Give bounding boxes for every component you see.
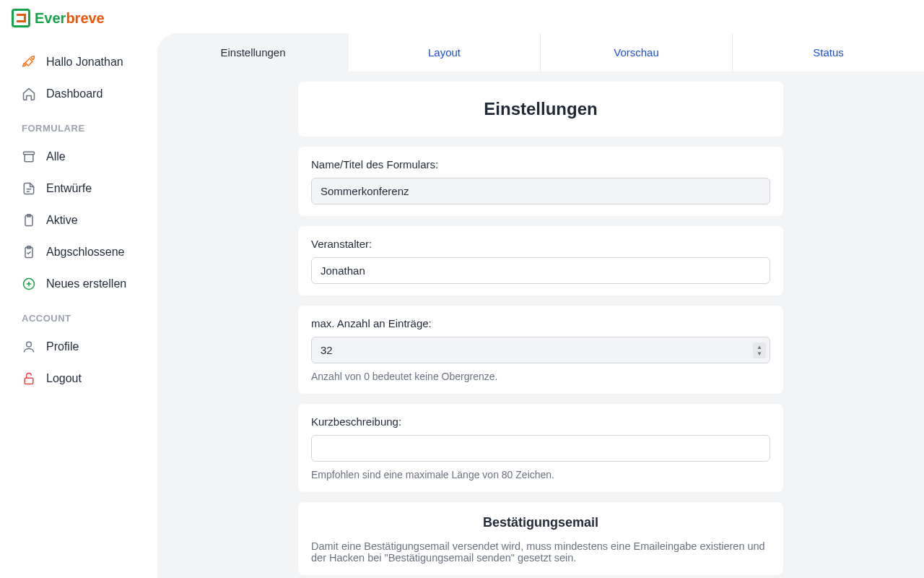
clipboard-check-icon xyxy=(22,245,36,259)
card-confirmation-email: Bestätigungsemail Damit eine Bestätigung… xyxy=(298,502,783,575)
clipboard-icon xyxy=(22,213,36,228)
lock-icon xyxy=(22,371,36,386)
sidebar-item-drafts[interactable]: Entwürfe xyxy=(0,173,157,204)
sidebar-item-label: Logout xyxy=(46,372,82,385)
home-icon xyxy=(22,87,36,101)
tab-settings[interactable]: Einstellungen xyxy=(157,33,349,72)
main-content: Einstellungen Layout Vorschau Status Ein… xyxy=(157,33,924,578)
rocket-icon xyxy=(22,55,36,69)
tab-preview[interactable]: Vorschau xyxy=(541,33,733,72)
sidebar: Hallo Jonathan Dashboard FORMULARE Alle … xyxy=(0,33,157,578)
confirmation-desc: Damit eine Bestätigungsemail versendet w… xyxy=(311,540,770,564)
card-form-name: Name/Titel des Formulars: xyxy=(298,147,783,216)
help-short-desc: Empfohlen sind eine maximale Länge von 8… xyxy=(311,469,770,480)
brand-logo[interactable]: Everbreve xyxy=(12,9,105,27)
sidebar-item-new[interactable]: Neues erstellen xyxy=(0,268,157,300)
sidebar-item-label: Aktive xyxy=(46,214,78,227)
archive-icon xyxy=(22,150,36,164)
sidebar-item-label: Dashboard xyxy=(46,87,103,100)
logo-icon xyxy=(12,9,30,27)
label-short-desc: Kurzbeschreibung: xyxy=(311,415,770,428)
top-bar: Everbreve xyxy=(0,0,924,33)
sidebar-section-account: ACCOUNT xyxy=(0,300,157,331)
input-form-name[interactable] xyxy=(311,178,770,204)
sidebar-item-active[interactable]: Aktive xyxy=(0,204,157,236)
brand-text: Everbreve xyxy=(35,10,105,27)
file-icon xyxy=(22,181,36,196)
content-scroll[interactable]: Einstellungen Name/Titel des Formulars: … xyxy=(157,72,924,578)
sidebar-item-label: Profile xyxy=(46,340,79,353)
chevron-down-icon: ▼ xyxy=(757,350,762,357)
sidebar-item-finished[interactable]: Abgschlossene xyxy=(0,236,157,268)
tab-layout[interactable]: Layout xyxy=(349,33,541,72)
input-max-entries[interactable] xyxy=(311,337,770,363)
number-spinner[interactable]: ▲▼ xyxy=(753,342,766,358)
label-max-entries: max. Anzahl an Einträge: xyxy=(311,317,770,329)
sidebar-item-label: Abgschlossene xyxy=(46,246,125,259)
user-icon xyxy=(22,340,36,354)
svg-rect-7 xyxy=(25,378,33,384)
card-short-desc: Kurzbeschreibung: Empfohlen sind eine ma… xyxy=(298,404,783,492)
title-card: Einstellungen xyxy=(298,82,783,137)
input-short-desc[interactable] xyxy=(311,435,770,462)
svg-point-6 xyxy=(27,342,32,347)
sidebar-section-forms: FORMULARE xyxy=(0,110,157,141)
input-organizer[interactable] xyxy=(311,257,770,284)
page-title: Einstellungen xyxy=(311,93,770,125)
sidebar-item-label: Alle xyxy=(46,150,66,163)
greeting-text: Hallo Jonathan xyxy=(46,56,123,69)
sidebar-greeting: Hallo Jonathan xyxy=(0,46,157,78)
sidebar-item-dashboard[interactable]: Dashboard xyxy=(0,78,157,110)
tab-status[interactable]: Status xyxy=(733,33,924,72)
sidebar-item-label: Neues erstellen xyxy=(46,277,126,290)
confirmation-title: Bestätigungsemail xyxy=(311,514,770,536)
tab-bar: Einstellungen Layout Vorschau Status xyxy=(157,33,924,72)
plus-circle-icon xyxy=(22,277,36,291)
card-max-entries: max. Anzahl an Einträge: ▲▼ Anzahl von 0… xyxy=(298,306,783,394)
help-max-entries: Anzahl von 0 bedeutet keine Obergrenze. xyxy=(311,371,770,382)
svg-rect-0 xyxy=(24,152,35,154)
card-organizer: Veranstalter: xyxy=(298,226,783,296)
sidebar-item-profile[interactable]: Profile xyxy=(0,331,157,363)
label-organizer: Veranstalter: xyxy=(311,238,770,250)
sidebar-item-label: Entwürfe xyxy=(46,182,92,195)
chevron-up-icon: ▲ xyxy=(757,344,762,350)
label-form-name: Name/Titel des Formulars: xyxy=(311,158,770,171)
sidebar-item-all[interactable]: Alle xyxy=(0,141,157,173)
sidebar-item-logout[interactable]: Logout xyxy=(0,363,157,394)
